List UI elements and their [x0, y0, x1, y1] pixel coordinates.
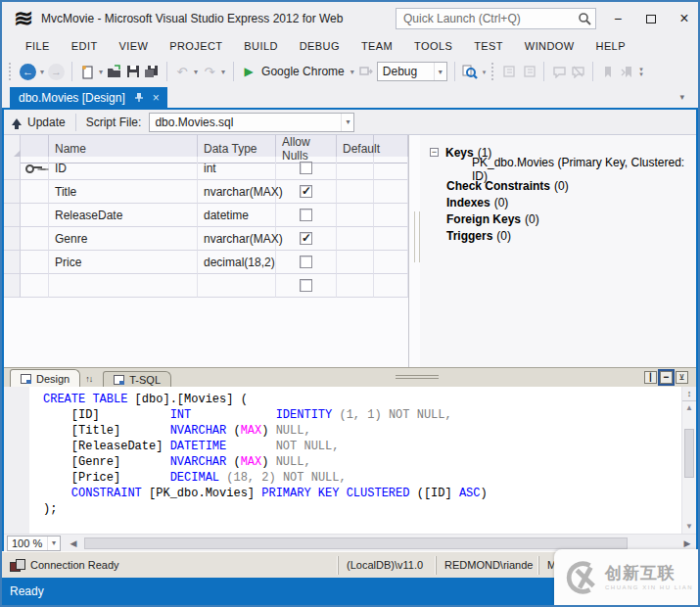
save-all-button[interactable]	[144, 64, 160, 79]
allow-nulls-checkbox[interactable]	[300, 256, 312, 268]
horizontal-split-button[interactable]: ━	[660, 371, 673, 384]
default-cell[interactable]	[337, 227, 374, 251]
code-line[interactable]: [Title] NVARCHAR (MAX) NULL,	[43, 423, 681, 439]
new-item-dropdown[interactable]: ▾	[98, 68, 104, 76]
redo-button[interactable]: ↷	[202, 64, 217, 79]
code-line[interactable]: [ReleaseDate] DATETIME NOT NULL,	[43, 439, 681, 454]
swap-panes-button[interactable]: ↑↓	[80, 371, 97, 387]
tree-child-item[interactable]: PK_dbo.Movies (Primary Key, Clustered: I…	[430, 161, 696, 177]
allow-nulls-checkbox[interactable]	[300, 279, 312, 292]
default-cell[interactable]	[337, 204, 374, 227]
undo-dropdown[interactable]: ▾	[193, 68, 199, 76]
update-button[interactable]: Update	[12, 116, 66, 129]
table-row[interactable]: Genrenvarchar(MAX)	[4, 227, 408, 251]
vertical-split-button[interactable]: ┃	[644, 371, 657, 384]
sql-editor[interactable]: CREATE TABLE [dbo].[Movies] ( [ID] INT I…	[4, 387, 696, 534]
menu-window[interactable]: WINDOW	[514, 37, 585, 55]
open-file-button[interactable]	[107, 64, 122, 79]
menu-debug[interactable]: DEBUG	[289, 37, 350, 55]
scroll-down-button[interactable]: ▼	[682, 520, 696, 534]
navigate-back-dropdown[interactable]: ▾	[39, 68, 45, 76]
toolbar-grip[interactable]	[9, 63, 14, 80]
scroll-thumb[interactable]	[684, 429, 694, 478]
datatype-cell[interactable]: decimal(18,2)	[198, 251, 276, 274]
tree-expander-icon[interactable]: −	[430, 148, 439, 157]
navigate-back-button[interactable]: ←	[20, 64, 36, 80]
code-line[interactable]: [ID] INT IDENTITY (1, 1) NOT NULL,	[43, 407, 681, 423]
scroll-left-button[interactable]: ◀	[67, 538, 80, 548]
table-row[interactable]: Titlenvarchar(MAX)	[4, 180, 408, 204]
table-row[interactable]: ReleaseDatedatetime	[4, 204, 408, 227]
code-line[interactable]: [Price] DECIMAL (18, 2) NOT NULL,	[43, 470, 681, 486]
uncomment-lines-icon[interactable]	[570, 64, 585, 79]
tree-item-indexes[interactable]: Indexes(0)	[430, 194, 696, 210]
tab-tsql[interactable]: T-SQL	[103, 371, 171, 387]
split-editor-handle[interactable]: ↕	[682, 387, 696, 401]
tab-close-icon[interactable]: ×	[153, 91, 160, 105]
table-row[interactable]: IDint	[4, 157, 408, 180]
code-line[interactable]: CREATE TABLE [dbo].[Movies] (	[43, 392, 681, 407]
datatype-cell[interactable]: nvarchar(MAX)	[198, 227, 276, 251]
horizontal-splitter[interactable]	[396, 375, 439, 379]
toolbar-grip-2[interactable]	[491, 63, 496, 80]
find-options-dropdown[interactable]: ▾	[483, 70, 487, 74]
menu-help[interactable]: HELP	[585, 37, 636, 55]
configuration-select[interactable]: Debug▾	[377, 62, 447, 81]
hscroll-thumb[interactable]	[84, 537, 628, 549]
tab-list-dropdown[interactable]: ▾	[679, 92, 684, 102]
toolbar-overflow-button[interactable]: ▾▾	[639, 67, 643, 76]
default-cell[interactable]	[337, 157, 374, 180]
table-row[interactable]	[4, 274, 408, 298]
default-cell[interactable]	[337, 274, 374, 298]
name-cell[interactable]: ID	[49, 157, 198, 180]
menu-edit[interactable]: EDIT	[61, 37, 109, 55]
default-cell[interactable]	[337, 180, 374, 204]
row-selector[interactable]	[4, 251, 21, 274]
row-selector[interactable]	[4, 227, 21, 251]
row-selector[interactable]	[4, 204, 21, 227]
row-selector[interactable]	[4, 180, 21, 204]
decrease-indent-icon[interactable]	[502, 64, 518, 79]
menu-tools[interactable]: TOOLS	[403, 37, 463, 55]
allow-nulls-checkbox[interactable]	[300, 185, 312, 198]
code-line[interactable]: CONSTRAINT [PK_dbo.Movies] PRIMARY KEY C…	[43, 486, 681, 501]
script-file-select[interactable]: dbo.Movies.sql▾	[149, 113, 354, 132]
allow-nulls-checkbox[interactable]	[300, 232, 312, 245]
default-cell[interactable]	[337, 251, 374, 274]
attach-to-process-icon[interactable]	[358, 64, 374, 79]
navigate-forward-button[interactable]: →	[48, 64, 65, 80]
quick-launch-input[interactable]: Quick Launch (Ctrl+Q)	[396, 8, 596, 29]
name-cell[interactable]	[49, 274, 198, 298]
select-all-corner[interactable]	[14, 150, 21, 157]
menu-project[interactable]: PROJECT	[159, 37, 233, 55]
new-item-button[interactable]	[79, 64, 95, 79]
name-cell[interactable]: Title	[49, 180, 198, 204]
increase-indent-icon[interactable]	[521, 64, 537, 79]
maximize-button[interactable]	[643, 12, 659, 25]
menu-file[interactable]: FILE	[15, 37, 61, 55]
datatype-cell[interactable]	[198, 274, 276, 298]
run-target-button[interactable]: Google Chrome	[259, 65, 347, 78]
close-button[interactable]: ×	[677, 12, 692, 25]
scroll-right-button[interactable]: ▶	[680, 538, 694, 548]
menu-view[interactable]: VIEW	[109, 37, 160, 55]
scroll-track[interactable]	[682, 415, 696, 520]
hscroll-track[interactable]	[80, 537, 680, 549]
name-cell[interactable]: Price	[49, 251, 198, 274]
run-target-dropdown[interactable]: ▾	[350, 68, 355, 76]
code-line[interactable]: );	[43, 501, 681, 517]
redo-dropdown[interactable]: ▾	[220, 68, 226, 76]
find-in-files-icon[interactable]	[462, 64, 478, 79]
allow-nulls-checkbox[interactable]	[300, 162, 312, 174]
datatype-cell[interactable]: int	[198, 157, 276, 180]
minimize-button[interactable]: −	[610, 12, 626, 25]
table-row[interactable]: Pricedecimal(18,2)	[4, 251, 408, 274]
scroll-up-button[interactable]: ▲	[682, 401, 696, 415]
collapse-pane-button[interactable]: ⊻	[676, 371, 688, 384]
name-cell[interactable]: ReleaseDate	[49, 204, 198, 227]
datatype-cell[interactable]: nvarchar(MAX)	[198, 180, 276, 204]
tab-dbo-movies-design[interactable]: dbo.Movies [Design] ×	[10, 87, 167, 108]
allow-nulls-checkbox[interactable]	[300, 209, 312, 221]
row-selector[interactable]	[4, 157, 21, 180]
start-debugging-icon[interactable]: ▶	[241, 64, 257, 79]
